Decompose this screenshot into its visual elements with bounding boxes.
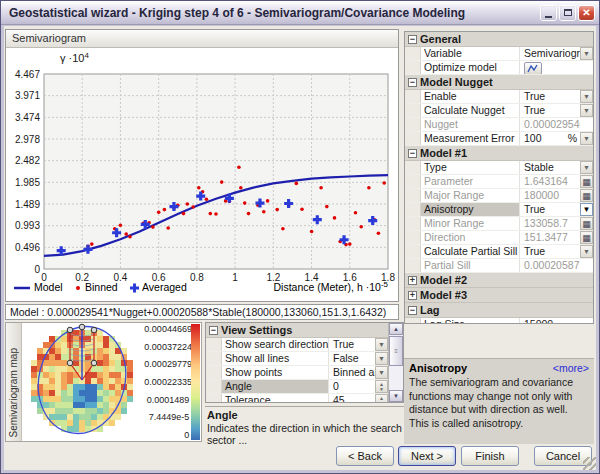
prop-value[interactable]: 133058.7 (520, 217, 580, 230)
prop-value-text: 1.643164 (524, 175, 580, 188)
prop-name: Tolerance (222, 394, 329, 402)
calculator-button[interactable]: ▦ (580, 217, 593, 230)
svg-text:3.474: 3.474 (15, 112, 40, 123)
scroll-up-button[interactable]: ▲ (389, 323, 403, 335)
more-link[interactable]: <more> (553, 362, 589, 374)
row-gutter (405, 231, 421, 244)
prop-value-suffix: % (568, 132, 580, 145)
dropdown-button[interactable]: ▼ (580, 47, 593, 60)
prop-name: Direction (421, 231, 520, 244)
prop-name: Angle (222, 380, 329, 393)
optimize-model-button[interactable] (524, 62, 542, 74)
prop-row-show-search-direction: Show search directionTrue▼ (206, 338, 388, 352)
semivariogram-chart[interactable]: 0.4960.9931.4891.9852.4822.9783.4743.971… (6, 48, 398, 302)
prop-value[interactable]: True (520, 245, 580, 258)
section-header-model-3[interactable]: +Model #3 (405, 288, 593, 303)
spinner-control[interactable]: ▲▼ (375, 380, 388, 393)
section-header-model-2[interactable]: +Model #2 (405, 273, 593, 288)
calculator-button[interactable]: ▦ (580, 175, 593, 188)
dropdown-button[interactable]: ▼ (580, 104, 593, 117)
prop-name: Enable (421, 90, 520, 103)
dropdown-button[interactable]: ▼ (580, 203, 593, 216)
view-settings-scrollbar[interactable]: ▲ ≡ ▼ (388, 323, 403, 402)
semivariogram-map-tab[interactable]: Semivariogram map (6, 323, 22, 441)
dropdown-button[interactable]: ▼ (375, 352, 388, 365)
svg-text:1.985: 1.985 (15, 177, 40, 188)
collapse-icon[interactable]: − (408, 35, 417, 44)
prop-value[interactable]: 180000 (520, 189, 580, 202)
collapse-icon[interactable]: − (209, 326, 218, 335)
model-formula: Model : 0.000029541*Nugget+0.00020588*St… (5, 304, 399, 320)
spin-down-icon[interactable]: ▼ (379, 401, 384, 403)
collapse-icon[interactable]: − (408, 78, 417, 87)
spin-down-icon[interactable]: ▼ (379, 387, 384, 392)
prop-value[interactable]: 15000 (520, 318, 580, 324)
expand-icon[interactable]: + (408, 291, 417, 300)
prop-value[interactable]: 151.3477 (520, 231, 580, 244)
section-header-view-settings[interactable]: −View Settings (206, 323, 388, 338)
view-settings-panel: −View SettingsShow search directionTrue▼… (205, 322, 404, 442)
prop-value[interactable] (520, 61, 580, 74)
semivariogram-map[interactable] (22, 323, 144, 441)
anisotropy-help-title: Anisotropy (409, 362, 467, 374)
calculator-button[interactable]: ▦ (580, 189, 593, 202)
scroll-thumb[interactable]: ≡ (389, 336, 403, 366)
prop-value[interactable]: 45 (329, 394, 375, 402)
finish-button[interactable]: Finish (461, 446, 519, 466)
prop-name: Nugget (421, 118, 520, 131)
dropdown-button[interactable]: ▼ (375, 338, 388, 351)
maximize-button[interactable] (559, 5, 576, 21)
prop-value[interactable]: False (329, 352, 375, 365)
section-label: Model #3 (420, 289, 467, 301)
prop-value[interactable]: 0 (329, 380, 375, 393)
value-spacer (580, 259, 593, 272)
prop-value[interactable]: True (329, 338, 375, 351)
minimize-button[interactable] (540, 5, 557, 21)
prop-value[interactable]: 100% (520, 132, 580, 145)
svg-text:3.971: 3.971 (15, 90, 40, 101)
back-button[interactable]: < Back (336, 446, 394, 466)
svg-text:Binned: Binned (85, 281, 118, 293)
prop-name: Optimize model (421, 61, 520, 74)
calculator-button[interactable]: ▦ (580, 231, 593, 244)
dropdown-button[interactable]: ▼ (580, 245, 593, 258)
next-button[interactable]: Next > (398, 446, 456, 466)
prop-value[interactable]: 1.643164 (520, 175, 580, 188)
prop-value[interactable]: True (520, 104, 580, 117)
row-gutter (405, 217, 421, 230)
expand-icon[interactable]: + (408, 276, 417, 285)
spinner-control[interactable]: ▲▼ (375, 394, 388, 402)
prop-value[interactable]: 0.00002954079 (520, 118, 580, 131)
prop-value[interactable]: Semivariogram (520, 47, 580, 60)
prop-value[interactable]: 0.0002058758 (520, 259, 580, 272)
scroll-down-button[interactable]: ▼ (389, 390, 403, 402)
title-bar[interactable]: Geostatistical wizard - Kriging step 4 o… (1, 1, 599, 25)
prop-value-text: True (333, 338, 375, 351)
dropdown-button[interactable]: ▼ (580, 132, 593, 145)
prop-value[interactable]: Binned and A... (329, 366, 375, 379)
prop-value-text: Semivariogram (524, 47, 580, 60)
prop-name: Minor Range (421, 217, 520, 230)
collapse-icon[interactable]: − (408, 149, 417, 158)
prop-value[interactable]: Stable (520, 161, 580, 174)
semivariogram-panel-header: Semivariogram (6, 30, 398, 48)
dropdown-button[interactable]: ▼ (375, 366, 388, 379)
prop-row-show-points: Show pointsBinned and A...▼ (206, 366, 388, 380)
resize-grip[interactable] (583, 457, 596, 470)
section-label: Model #1 (420, 147, 467, 159)
section-header-model-nugget[interactable]: −Model Nugget (405, 75, 593, 90)
prop-value[interactable]: True (520, 203, 580, 216)
close-button[interactable]: ✕ (578, 5, 595, 21)
section-header-general[interactable]: −General (405, 32, 593, 47)
dropdown-button[interactable]: ▼ (580, 161, 593, 174)
section-header-lag[interactable]: −Lag (405, 303, 593, 318)
dropdown-button[interactable]: ▼ (580, 90, 593, 103)
semivariogram-panel: Semivariogram 0.4960.9931.4891.9852.4822… (5, 29, 399, 302)
collapse-icon[interactable]: − (408, 306, 417, 315)
prop-row-lag-size: Lag Size15000 (405, 318, 593, 324)
prop-row-measurement-error: Measurement Error100%▼ (405, 132, 593, 146)
prop-value[interactable]: True (520, 90, 580, 103)
section-header-model-1[interactable]: −Model #1 (405, 146, 593, 161)
svg-text:0.8: 0.8 (190, 272, 204, 283)
help-title: Angle (205, 406, 404, 421)
